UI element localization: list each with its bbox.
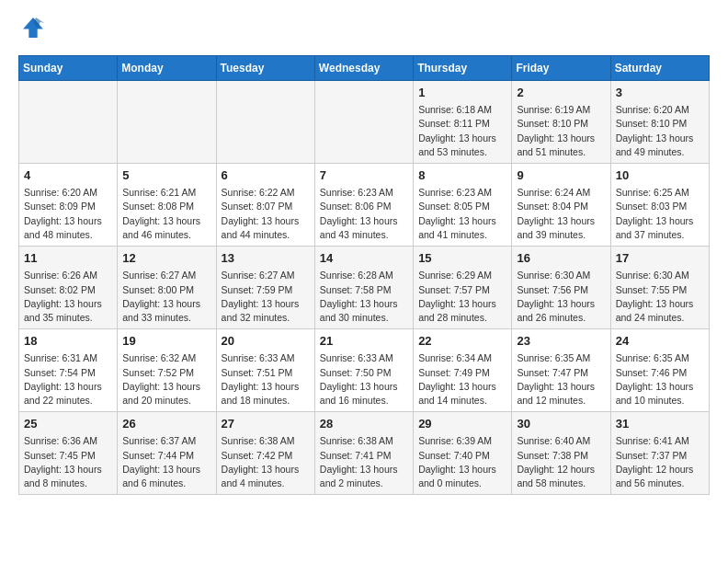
day-number: 17: [616, 250, 704, 267]
day-info: Sunrise: 6:19 AM Sunset: 8:10 PM Dayligh…: [517, 103, 605, 159]
calendar-cell: 1Sunrise: 6:18 AM Sunset: 8:11 PM Daylig…: [414, 81, 512, 164]
weekday-header-friday: Friday: [512, 56, 610, 81]
day-number: 27: [222, 416, 310, 432]
day-number: 11: [24, 250, 112, 267]
day-info: Sunrise: 6:36 AM Sunset: 7:45 PM Dayligh…: [24, 434, 112, 490]
calendar-cell: 9Sunrise: 6:24 AM Sunset: 8:04 PM Daylig…: [512, 164, 610, 247]
day-number: 31: [616, 416, 704, 432]
day-number: 21: [320, 333, 408, 350]
calendar-cell: 19Sunrise: 6:32 AM Sunset: 7:52 PM Dayli…: [118, 329, 216, 412]
day-info: Sunrise: 6:21 AM Sunset: 8:08 PM Dayligh…: [122, 186, 210, 242]
weekday-header-wednesday: Wednesday: [314, 56, 413, 81]
day-number: 8: [418, 167, 506, 184]
day-number: 23: [517, 333, 605, 350]
day-info: Sunrise: 6:35 AM Sunset: 7:47 PM Dayligh…: [517, 351, 605, 408]
calendar-cell: 21Sunrise: 6:33 AM Sunset: 7:50 PM Dayli…: [314, 329, 413, 412]
day-info: Sunrise: 6:27 AM Sunset: 8:00 PM Dayligh…: [122, 269, 210, 325]
day-number: 5: [122, 167, 210, 184]
calendar-cell: 7Sunrise: 6:23 AM Sunset: 8:06 PM Daylig…: [314, 164, 413, 247]
day-number: 4: [24, 167, 112, 184]
calendar-cell: 13Sunrise: 6:27 AM Sunset: 7:59 PM Dayli…: [216, 247, 314, 329]
weekday-header-monday: Monday: [118, 56, 216, 81]
calendar-cell: [314, 81, 413, 164]
weekday-header-sunday: Sunday: [19, 56, 118, 81]
day-number: 28: [320, 416, 408, 432]
day-info: Sunrise: 6:33 AM Sunset: 7:50 PM Dayligh…: [320, 351, 408, 408]
day-number: 2: [517, 85, 605, 101]
day-number: 14: [320, 250, 408, 267]
day-number: 6: [222, 167, 310, 184]
day-number: 13: [222, 250, 310, 267]
calendar-cell: 24Sunrise: 6:35 AM Sunset: 7:46 PM Dayli…: [610, 329, 709, 412]
calendar-week-3: 11Sunrise: 6:26 AM Sunset: 8:02 PM Dayli…: [19, 247, 710, 329]
calendar-cell: 10Sunrise: 6:25 AM Sunset: 8:03 PM Dayli…: [610, 164, 709, 247]
day-info: Sunrise: 6:33 AM Sunset: 7:51 PM Dayligh…: [222, 351, 310, 408]
calendar-cell: 11Sunrise: 6:26 AM Sunset: 8:02 PM Dayli…: [19, 247, 118, 329]
day-info: Sunrise: 6:29 AM Sunset: 7:57 PM Dayligh…: [418, 269, 506, 325]
calendar-cell: 3Sunrise: 6:20 AM Sunset: 8:10 PM Daylig…: [610, 81, 709, 164]
day-info: Sunrise: 6:38 AM Sunset: 7:42 PM Dayligh…: [222, 434, 310, 490]
calendar-cell: 12Sunrise: 6:27 AM Sunset: 8:00 PM Dayli…: [118, 247, 216, 329]
day-number: 3: [616, 85, 704, 101]
day-number: 18: [24, 333, 112, 350]
day-number: 19: [122, 333, 210, 350]
calendar-cell: 4Sunrise: 6:20 AM Sunset: 8:09 PM Daylig…: [19, 164, 118, 247]
day-info: Sunrise: 6:32 AM Sunset: 7:52 PM Dayligh…: [122, 351, 210, 408]
day-number: 22: [418, 333, 506, 350]
day-info: Sunrise: 6:30 AM Sunset: 7:55 PM Dayligh…: [616, 269, 704, 325]
day-number: 25: [24, 416, 112, 432]
calendar-cell: 25Sunrise: 6:36 AM Sunset: 7:45 PM Dayli…: [19, 412, 118, 495]
calendar-header: SundayMondayTuesdayWednesdayThursdayFrid…: [19, 56, 710, 81]
calendar-cell: 18Sunrise: 6:31 AM Sunset: 7:54 PM Dayli…: [19, 329, 118, 412]
day-info: Sunrise: 6:25 AM Sunset: 8:03 PM Dayligh…: [616, 186, 704, 242]
day-number: 26: [122, 416, 210, 432]
day-number: 15: [418, 250, 506, 267]
day-number: 10: [616, 167, 704, 184]
day-info: Sunrise: 6:20 AM Sunset: 8:09 PM Dayligh…: [24, 186, 112, 242]
logo-icon: [20, 15, 46, 40]
day-number: 24: [616, 333, 704, 350]
calendar-cell: 23Sunrise: 6:35 AM Sunset: 7:47 PM Dayli…: [512, 329, 610, 412]
page-header: [18, 15, 710, 44]
day-info: Sunrise: 6:34 AM Sunset: 7:49 PM Dayligh…: [418, 351, 506, 408]
calendar-cell: 27Sunrise: 6:38 AM Sunset: 7:42 PM Dayli…: [216, 412, 314, 495]
calendar-cell: 8Sunrise: 6:23 AM Sunset: 8:05 PM Daylig…: [414, 164, 512, 247]
day-info: Sunrise: 6:23 AM Sunset: 8:05 PM Dayligh…: [418, 186, 506, 242]
calendar-cell: 30Sunrise: 6:40 AM Sunset: 7:38 PM Dayli…: [512, 412, 610, 495]
day-info: Sunrise: 6:26 AM Sunset: 8:02 PM Dayligh…: [24, 269, 112, 325]
calendar-cell: [19, 81, 118, 164]
calendar-table: SundayMondayTuesdayWednesdayThursdayFrid…: [18, 55, 710, 495]
day-number: 29: [418, 416, 506, 432]
day-info: Sunrise: 6:18 AM Sunset: 8:11 PM Dayligh…: [418, 103, 506, 159]
calendar-cell: [216, 81, 314, 164]
calendar-cell: 17Sunrise: 6:30 AM Sunset: 7:55 PM Dayli…: [610, 247, 709, 329]
day-number: 12: [122, 250, 210, 267]
day-number: 16: [517, 250, 605, 267]
day-info: Sunrise: 6:23 AM Sunset: 8:06 PM Dayligh…: [320, 186, 408, 242]
day-info: Sunrise: 6:28 AM Sunset: 7:58 PM Dayligh…: [320, 269, 408, 325]
day-number: 20: [222, 333, 310, 350]
day-info: Sunrise: 6:31 AM Sunset: 7:54 PM Dayligh…: [24, 351, 112, 408]
weekday-header-saturday: Saturday: [610, 56, 709, 81]
calendar-week-2: 4Sunrise: 6:20 AM Sunset: 8:09 PM Daylig…: [19, 164, 710, 247]
calendar-cell: 29Sunrise: 6:39 AM Sunset: 7:40 PM Dayli…: [414, 412, 512, 495]
calendar-cell: 2Sunrise: 6:19 AM Sunset: 8:10 PM Daylig…: [512, 81, 610, 164]
calendar-cell: 15Sunrise: 6:29 AM Sunset: 7:57 PM Dayli…: [414, 247, 512, 329]
day-info: Sunrise: 6:38 AM Sunset: 7:41 PM Dayligh…: [320, 434, 408, 490]
day-info: Sunrise: 6:22 AM Sunset: 8:07 PM Dayligh…: [222, 186, 310, 242]
day-number: 1: [418, 85, 506, 101]
day-info: Sunrise: 6:27 AM Sunset: 7:59 PM Dayligh…: [222, 269, 310, 325]
calendar-week-4: 18Sunrise: 6:31 AM Sunset: 7:54 PM Dayli…: [19, 329, 710, 412]
calendar-week-5: 25Sunrise: 6:36 AM Sunset: 7:45 PM Dayli…: [19, 412, 710, 495]
calendar-cell: 5Sunrise: 6:21 AM Sunset: 8:08 PM Daylig…: [118, 164, 216, 247]
day-info: Sunrise: 6:39 AM Sunset: 7:40 PM Dayligh…: [418, 434, 506, 490]
weekday-header-tuesday: Tuesday: [216, 56, 314, 81]
calendar-cell: 31Sunrise: 6:41 AM Sunset: 7:37 PM Dayli…: [610, 412, 709, 495]
day-info: Sunrise: 6:41 AM Sunset: 7:37 PM Dayligh…: [616, 434, 704, 490]
day-info: Sunrise: 6:30 AM Sunset: 7:56 PM Dayligh…: [517, 269, 605, 325]
calendar-cell: 16Sunrise: 6:30 AM Sunset: 7:56 PM Dayli…: [512, 247, 610, 329]
day-number: 7: [320, 167, 408, 184]
day-info: Sunrise: 6:24 AM Sunset: 8:04 PM Dayligh…: [517, 186, 605, 242]
day-info: Sunrise: 6:37 AM Sunset: 7:44 PM Dayligh…: [122, 434, 210, 490]
calendar-cell: [118, 81, 216, 164]
